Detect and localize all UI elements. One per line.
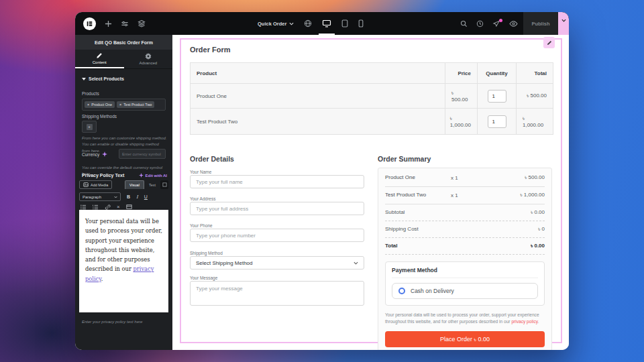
order-summary-card: Product One x 1 ৳ 500.00 Test Product Tw… — [378, 168, 552, 350]
chevron-down-icon — [114, 196, 117, 198]
radio-cash-on-delivery[interactable] — [398, 288, 405, 294]
preview-eye-icon[interactable] — [509, 20, 518, 27]
elementor-logo-icon[interactable] — [83, 17, 96, 30]
editor-visual-tab[interactable]: Visual — [125, 180, 144, 189]
edit-with-ai-button[interactable]: Edit with AI — [139, 173, 167, 178]
publish-button[interactable]: Publish — [523, 12, 558, 35]
history-icon[interactable] — [476, 20, 484, 27]
paragraph-format-select[interactable]: Paragraph — [79, 192, 121, 201]
device-desktop-icon[interactable] — [322, 12, 331, 35]
editor-expand-icon[interactable] — [160, 180, 168, 189]
currency-input[interactable] — [119, 149, 166, 159]
privacy-editor-period: . — [101, 276, 103, 282]
structure-layers-icon[interactable] — [138, 19, 146, 27]
payment-method-title: Payment Method — [392, 267, 538, 278]
ai-sparkle-icon[interactable] — [102, 152, 107, 157]
tab-content[interactable]: Content — [75, 50, 124, 68]
panel-header: Edit QO Basic Order Form — [75, 35, 172, 50]
editor-topbar: Quick Order — [75, 12, 569, 35]
payment-option-cod[interactable]: Cash on Delivery — [392, 283, 538, 299]
toolbar-toggle-icon[interactable] — [126, 204, 132, 209]
product-tag[interactable]: × Product One — [85, 101, 115, 108]
place-order-button[interactable]: Place Order ৳ 0.00 — [385, 331, 545, 347]
total-amount: ৳ 0.00 — [488, 243, 545, 249]
order-summary-section: Order Summary Product One x 1 ৳ 500.00 T… — [378, 155, 552, 163]
summary-item-row: Product One x 1 ৳ 500.00 — [385, 170, 545, 187]
gear-icon — [145, 53, 152, 60]
bullet-list-icon[interactable] — [80, 204, 87, 210]
pencil-icon — [547, 40, 552, 46]
remove-tag-icon[interactable]: × — [87, 103, 89, 107]
device-tablet-icon[interactable] — [341, 12, 348, 35]
globe-icon[interactable] — [304, 19, 312, 27]
panel-title: Edit QO Basic Order Form — [95, 40, 153, 45]
col-price: Price — [445, 63, 477, 83]
add-shipping-icon[interactable]: + — [87, 124, 93, 130]
name-label: Your Name — [190, 170, 211, 174]
tab-advanced-label: Advanced — [139, 61, 157, 65]
device-mobile-icon[interactable] — [358, 12, 364, 35]
numbered-list-icon[interactable] — [93, 204, 99, 210]
chevron-down-icon — [354, 261, 358, 265]
products-label: Products — [82, 91, 99, 96]
editor-text-tab[interactable]: Text — [146, 181, 159, 189]
tab-advanced[interactable]: Advanced — [124, 50, 173, 68]
table-row: Test Product Two ৳ 1,000.00 ৳ 1,000.00 — [191, 109, 553, 134]
shipping-methods-field[interactable]: + — [82, 121, 97, 133]
products-multiselect[interactable]: × Product One × Test Product Two — [82, 99, 166, 111]
media-icon — [83, 182, 89, 187]
bold-button[interactable]: B — [127, 194, 130, 199]
name-input[interactable] — [190, 175, 364, 188]
phone-input[interactable] — [190, 229, 364, 242]
subtotal-amount: ৳ 0.00 — [488, 209, 545, 216]
subtotal-row: Subtotal ৳ 0.00 — [385, 204, 545, 221]
payment-method-box: Payment Method Cash on Delivery — [385, 261, 545, 306]
cell-price: ৳ 500.00 — [445, 84, 477, 108]
shipping-cost-row: Shipping Cost ৳ 0 — [385, 221, 545, 238]
table-row: Product One ৳ 500.00 ৳ 500.00 — [191, 84, 553, 109]
col-total: Total — [516, 63, 553, 83]
privacy-help-text: Enter your privacy policy text here — [82, 319, 168, 325]
link-icon[interactable] — [105, 204, 111, 210]
address-input[interactable] — [190, 202, 364, 215]
search-icon[interactable] — [460, 20, 468, 27]
message-textarea[interactable] — [190, 281, 364, 306]
shipping-method-select[interactable]: Select Shipping Method — [190, 256, 364, 269]
add-media-button[interactable]: Add Media — [79, 180, 112, 189]
document-title: Quick Order — [258, 21, 286, 27]
shipping-methods-label: Shipping Methods — [82, 114, 117, 119]
quantity-input[interactable] — [488, 90, 506, 103]
editor-toolbar-row2: Paragraph B I U — [79, 192, 168, 201]
section-select-products[interactable]: Select Products — [82, 76, 124, 81]
elementor-window: Quick Order — [75, 12, 569, 350]
product-tag[interactable]: × Test Product Two — [117, 101, 154, 108]
topbar-collapse-tab[interactable] — [558, 12, 569, 35]
pencil-icon — [96, 52, 103, 59]
cell-total: ৳ 500.00 — [516, 84, 553, 108]
widget-selection-frame[interactable]: Order Form Product Price Quantity Total … — [180, 38, 562, 343]
underline-button[interactable]: U — [144, 194, 148, 199]
document-switcher[interactable]: Quick Order — [258, 21, 294, 27]
edit-widget-button[interactable] — [543, 37, 555, 48]
privacy-policy-editor[interactable]: Your personal data will be used to proce… — [79, 210, 168, 312]
privacy-editor-text: Your personal data will be used to proce… — [85, 218, 162, 272]
add-element-icon[interactable] — [105, 20, 112, 27]
remove-tag-icon[interactable]: × — [119, 103, 121, 107]
add-media-label: Add Media — [91, 183, 108, 187]
italic-button[interactable]: I — [136, 194, 138, 200]
tab-content-label: Content — [93, 60, 107, 64]
privacy-policy-link[interactable]: privacy policy — [511, 319, 537, 324]
close-x-icon[interactable]: × — [117, 204, 120, 210]
total-row: Total ৳ 0.00 — [385, 238, 545, 255]
order-form-title: Order Form — [190, 46, 231, 54]
chevron-down-icon — [289, 22, 294, 25]
phone-label: Your Phone — [190, 223, 213, 228]
settings-sliders-icon[interactable] — [121, 20, 129, 27]
quantity-input[interactable] — [488, 115, 506, 128]
address-label: Your Address — [190, 196, 215, 201]
whats-new-icon[interactable] — [492, 20, 500, 27]
product-tag-label: Product One — [91, 103, 112, 107]
item-qty: x 1 — [451, 192, 488, 198]
order-summary-title: Order Summary — [378, 155, 552, 163]
cell-price: ৳ 1,000.00 — [445, 109, 477, 134]
